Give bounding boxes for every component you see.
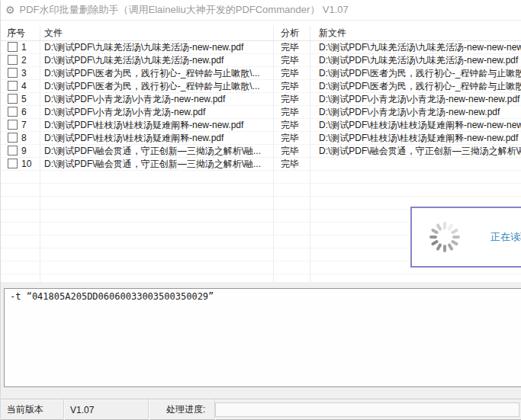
version-label: 当前版本 (1, 403, 63, 416)
index-cell: 3 (1, 67, 40, 79)
row-checkbox[interactable] (8, 94, 18, 104)
status-cell: 完毕 (274, 93, 310, 105)
row-checkbox[interactable] (8, 55, 18, 65)
table-row-empty (1, 171, 521, 184)
index-cell: 9 (1, 145, 40, 157)
index-cell (1, 248, 40, 261)
file-path-cell (40, 197, 274, 209)
row-checkbox[interactable] (8, 107, 18, 117)
status-cell (274, 210, 310, 222)
status-cell: 完毕 (274, 41, 310, 53)
file-path-cell (40, 248, 274, 261)
row-number: 6 (21, 107, 27, 117)
index-cell: 5 (1, 93, 40, 105)
row-number: 5 (21, 94, 27, 104)
table-row[interactable]: 4 D:\测试PDF\医者为民，践行初心-_程钟龄与止嗽散\... 完毕 D:\… (1, 80, 521, 93)
status-cell (274, 248, 310, 261)
loading-dialog: 正在读取 (410, 207, 521, 268)
title-bar[interactable]: ⚙ PDF水印批量删除助手（调用Elaineliu大神开发的PDFCommand… (1, 0, 521, 21)
table-row[interactable]: 2 D:\测试PDF\九味羌活汤\九味羌活汤-new.pdf 完毕 D:\测试P… (1, 54, 521, 67)
index-cell (1, 210, 40, 222)
new-file-cell (310, 274, 521, 282)
command-output-box[interactable]: -t “041805A205DD06060033003500350029” (4, 288, 521, 387)
app-window: ⚙ PDF水印批量删除助手（调用Elaineliu大神开发的PDFCommand… (0, 0, 521, 420)
column-header-analysis[interactable]: 分析 (274, 26, 310, 40)
file-path-cell: D:\测试PDF\桂枝汤\桂枝汤疑难阐释-new.pdf (40, 132, 274, 144)
table-row-empty (1, 184, 521, 197)
status-cell (274, 223, 310, 235)
file-path-cell (40, 171, 274, 183)
column-header-index[interactable]: 序号 (1, 26, 40, 40)
table-row[interactable]: 5 D:\测试PDF\小青龙汤\小青龙汤-new-new.pdf 完毕 D:\测… (1, 93, 521, 106)
row-number: 10 (21, 159, 31, 169)
new-file-cell: D:\测试PDF\医者为民，践行初心-_程钟龄与止嗽散 (310, 80, 521, 92)
new-file-cell: D:\测试PDF\融会贯通，守正创新—三拗汤之解析\融 (310, 145, 521, 157)
index-cell (1, 261, 40, 274)
file-path-cell: D:\测试PDF\九味羌活汤\九味羌活汤-new-new.pdf (40, 41, 274, 53)
row-number: 2 (21, 55, 27, 66)
row-number: 9 (21, 146, 27, 156)
index-cell: 2 (1, 54, 40, 66)
status-cell (274, 171, 310, 183)
progress-label: 处理进度: (160, 403, 214, 416)
file-path-cell: D:\测试PDF\九味羌活汤\九味羌活汤-new.pdf (40, 54, 274, 66)
index-cell: 7 (1, 119, 40, 131)
status-cell: 完毕 (274, 145, 310, 157)
row-checkbox[interactable] (8, 68, 18, 78)
row-number: 3 (21, 68, 27, 79)
table-row[interactable]: 10 D:\测试PDF\融会贯通，守正创新—三拗汤之解析\融... 完毕 (1, 158, 521, 171)
status-cell (274, 261, 310, 274)
file-path-cell (40, 210, 274, 222)
version-value: V1.07 (64, 405, 148, 415)
file-path-cell (40, 184, 274, 196)
status-cell (274, 184, 310, 196)
index-cell: 1 (1, 41, 40, 53)
status-cell: 完毕 (274, 119, 310, 131)
column-header-file[interactable]: 文件 (40, 26, 274, 40)
loading-message: 正在读取 (490, 230, 521, 244)
status-bar: 当前版本 V1.07 处理进度: (1, 399, 521, 420)
row-number: 1 (21, 42, 27, 53)
status-cell: 完毕 (274, 54, 310, 66)
table-row[interactable]: 7 D:\测试PDF\桂枝汤\桂枝汤疑难阐释-new-new.pdf 完毕 D:… (1, 119, 521, 132)
gear-icon: ⚙ (5, 5, 15, 15)
row-checkbox[interactable] (8, 42, 18, 52)
loading-spinner-icon (427, 220, 462, 255)
window-title: PDF水印批量删除助手（调用Elaineliu大神开发的PDFCommander… (20, 3, 349, 17)
row-checkbox[interactable] (8, 120, 18, 130)
row-checkbox[interactable] (8, 133, 18, 143)
statusbar-divider (148, 399, 149, 420)
table-row[interactable]: 6 D:\测试PDF\小青龙汤\小青龙汤-new.pdf 完毕 D:\测试PDF… (1, 106, 521, 119)
table-row[interactable]: 8 D:\测试PDF\桂枝汤\桂枝汤疑难阐释-new.pdf 完毕 D:\测试P… (1, 132, 521, 145)
file-path-cell: D:\测试PDF\医者为民，践行初心-_程钟龄与止嗽散\... (40, 67, 274, 79)
new-file-cell (310, 171, 521, 183)
row-checkbox[interactable] (8, 159, 18, 168)
new-file-cell: D:\测试PDF\桂枝汤\桂枝汤疑难阐释-new-new.pdf (310, 132, 521, 144)
new-file-cell: D:\测试PDF\医者为民，践行初心-_程钟龄与止嗽散 (310, 67, 521, 79)
table-row[interactable]: 3 D:\测试PDF\医者为民，践行初心-_程钟龄与止嗽散\... 完毕 D:\… (1, 67, 521, 80)
file-path-cell: D:\测试PDF\小青龙汤\小青龙汤-new.pdf (40, 106, 274, 118)
status-cell (274, 236, 310, 248)
status-cell: 完毕 (274, 80, 310, 92)
index-cell (1, 274, 40, 282)
index-cell (1, 223, 40, 235)
row-number: 7 (21, 120, 27, 130)
table-header: 序号 文件 分析 新文件 (1, 26, 521, 41)
column-header-new-file[interactable]: 新文件 (310, 26, 521, 40)
status-cell: 完毕 (274, 106, 310, 118)
row-checkbox[interactable] (8, 146, 18, 155)
status-cell: 完毕 (274, 132, 310, 144)
file-path-cell: D:\测试PDF\桂枝汤\桂枝汤疑难阐释-new-new.pdf (40, 119, 274, 131)
new-file-cell: D:\测试PDF\小青龙汤\小青龙汤-new-new-new.pdf (310, 93, 521, 105)
index-cell: 8 (1, 132, 40, 144)
row-number: 8 (21, 133, 27, 143)
table-row[interactable]: 9 D:\测试PDF\融会贯通，守正创新—三拗汤之解析\融... 完毕 D:\测… (1, 145, 521, 158)
table-row[interactable]: 1 D:\测试PDF\九味羌活汤\九味羌活汤-new-new.pdf 完毕 D:… (1, 41, 521, 54)
new-file-cell: D:\测试PDF\小青龙汤\小青龙汤-new-new.pdf (310, 106, 521, 118)
new-file-cell (310, 184, 521, 196)
file-path-cell: D:\测试PDF\融会贯通，守正创新—三拗汤之解析\融... (40, 158, 274, 170)
index-cell (1, 171, 40, 183)
table-row-empty (1, 274, 521, 282)
index-cell (1, 236, 40, 248)
row-checkbox[interactable] (8, 81, 18, 91)
